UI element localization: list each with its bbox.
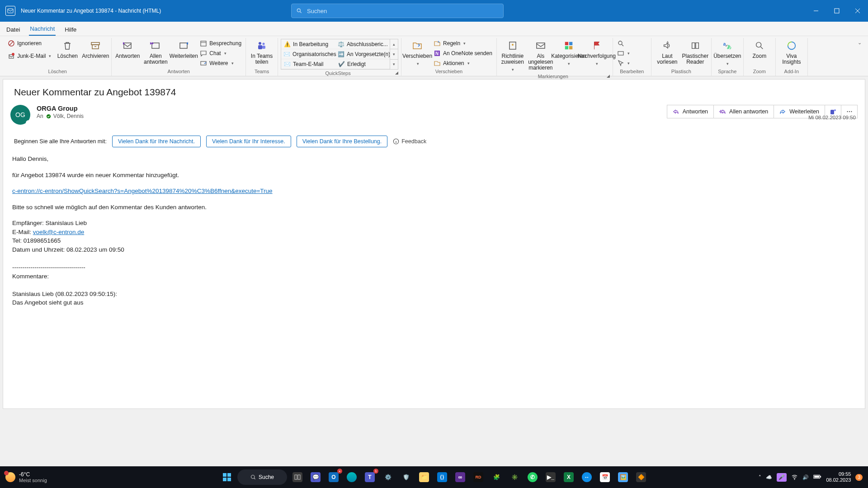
group-edit-label: Bearbeiten (616, 68, 648, 76)
tray-chevron-icon[interactable]: ˄ (759, 474, 761, 480)
viva-button[interactable]: Viva Insights (778, 39, 805, 65)
app-terminal[interactable]: ▶_ (543, 469, 558, 485)
app-teamviewer[interactable]: ↔ (579, 469, 594, 485)
qs-up[interactable]: ▴ (390, 39, 398, 49)
weather-widget[interactable]: -6°C Meist sonnig (0, 471, 47, 483)
body-email-link[interactable]: voelk@c-entron.de (33, 229, 85, 235)
svg-rect-22 (258, 45, 262, 49)
menu-file[interactable]: Datei (5, 23, 21, 36)
qs-mgr[interactable]: ➡️An Vorgesetzte(n) (335, 49, 390, 59)
qs-down[interactable]: ▾ (390, 49, 398, 59)
suggest-chip-2[interactable]: Vielen Dank für Ihr Interesse. (206, 136, 291, 147)
readaloud-button[interactable]: ALaut vorlesen (654, 39, 680, 65)
app-calendar[interactable]: 📅 (597, 469, 613, 485)
ribbon: Ignorieren Junk-E-Mail▾ Löschen Archivie… (0, 36, 868, 76)
app-excel[interactable]: X (561, 469, 576, 485)
msg-replyall-button[interactable]: Allen antworten (714, 105, 774, 118)
ignore-button[interactable]: Ignorieren (6, 39, 52, 48)
archive-button[interactable]: Archivieren (82, 39, 108, 59)
tray-notifications[interactable]: 3 (855, 474, 863, 481)
minimize-button[interactable] (806, 0, 826, 22)
svg-text:N: N (435, 51, 439, 56)
tray-battery-icon[interactable] (813, 474, 821, 480)
menu-message[interactable]: Nachricht (29, 23, 56, 36)
find-button[interactable] (616, 39, 648, 48)
svg-point-10 (12, 53, 14, 56)
onenote-button[interactable]: NAn OneNote senden (432, 49, 494, 58)
svg-line-8 (9, 42, 13, 45)
app-rider[interactable]: RD (471, 469, 486, 485)
translate-button[interactable]: aあÜbersetzen▾ (714, 39, 741, 67)
chat-button[interactable]: Chat▾ (198, 49, 243, 58)
suggest-chip-3[interactable]: Vielen Dank für Ihre Bestellung. (297, 136, 388, 147)
msg-reply-button[interactable]: Antworten (667, 105, 714, 118)
replyall-button[interactable]: Allen antworten (142, 39, 169, 65)
menu-help[interactable]: Hilfe (64, 23, 77, 36)
immersive-button[interactable]: Plastischer Reader (682, 39, 708, 65)
tray-clock[interactable]: 09:55 08.02.2023 (826, 471, 851, 483)
app-misc[interactable]: 🔶 (633, 469, 649, 485)
qs-done[interactable]: ✔️Erledigt (335, 59, 390, 69)
policy-button[interactable]: Richtlinie zuweisen▾ (500, 39, 526, 73)
tray-onedrive-icon[interactable]: ☁️ (766, 474, 772, 480)
more-button[interactable]: Weitere▾ (198, 59, 243, 68)
search-box[interactable]: Suchen (291, 4, 504, 18)
svg-text:A: A (666, 40, 669, 44)
tray-wifi-icon[interactable] (791, 474, 798, 481)
qs-inprogress[interactable]: ⚠️In Bearbeitung (281, 39, 335, 49)
zoom-button[interactable]: Zoom (746, 39, 773, 59)
junk-button[interactable]: Junk-E-Mail▾ (6, 52, 52, 61)
ribbon-collapse[interactable]: ⌄ (855, 38, 864, 76)
feedback-link[interactable]: Feedback (393, 138, 426, 145)
flag-icon (591, 40, 603, 52)
svg-rect-14 (124, 43, 131, 48)
app-explorer[interactable]: 📁 (416, 469, 432, 485)
select-button[interactable]: ▾ (616, 59, 648, 68)
move-button[interactable]: Verschieben▾ (404, 39, 430, 67)
followup-button[interactable]: Nachverfolgung▾ (584, 39, 610, 67)
qs-close[interactable]: ⚖️Abschlussberic... (335, 39, 390, 49)
qs-expand[interactable]: ▾ (390, 60, 398, 69)
rules-button[interactable]: Regeln▾ (432, 39, 494, 48)
replyall-icon (150, 40, 161, 52)
taskview-button[interactable] (290, 469, 305, 485)
svg-text:a: a (723, 42, 726, 47)
tray-mic-icon[interactable]: 🎤 (777, 473, 787, 482)
reply-button[interactable]: Antworten (114, 39, 141, 59)
meeting-button[interactable]: Besprechung (198, 39, 243, 48)
find-icon (617, 40, 624, 47)
app-vscode[interactable]: ⟨⟩ (434, 469, 450, 485)
close-button[interactable] (847, 0, 868, 22)
taskbar: -6°C Meist sonnig Suche 💬 O T ⚙️ 🛡️ 📁 ⟨⟩… (0, 466, 868, 488)
svg-line-2 (300, 12, 302, 13)
qs-team[interactable]: ✉️Team-E-Mail (281, 59, 335, 69)
qs-org[interactable]: ✉️Organisatorisches (281, 49, 335, 59)
mail-icon: ✉️ (283, 51, 290, 58)
app-teams[interactable]: T (362, 469, 377, 485)
app-powertoys[interactable]: 🧩 (489, 469, 504, 485)
app-settings[interactable]: ⚙️ (380, 469, 396, 485)
body-link[interactable]: c-entron://c-entron/ShowQuickSearch?s=An… (12, 188, 273, 194)
maximize-button[interactable] (826, 0, 847, 22)
app-edge[interactable] (344, 469, 359, 485)
app-whatsapp[interactable]: ✆ (525, 469, 540, 485)
actions-button[interactable]: Aktionen▾ (432, 59, 494, 68)
start-button[interactable] (219, 469, 235, 485)
taskbar-search[interactable]: Suche (237, 469, 287, 485)
tray-volume-icon[interactable]: 🔊 (802, 474, 809, 480)
app-outlook[interactable]: O (326, 469, 341, 485)
envelope-dd-button[interactable]: ▾ (616, 49, 648, 58)
suggest-chip-1[interactable]: Vielen Dank für Ihre Nachricht. (112, 136, 201, 147)
svg-rect-31 (565, 46, 568, 49)
app-slack[interactable]: ✳️ (507, 469, 522, 485)
teams-share-button[interactable]: In Teams teilen (249, 39, 275, 65)
app-security[interactable]: 🛡️ (398, 469, 414, 485)
zoom-icon (754, 40, 765, 52)
unread-button[interactable]: Als ungelesen markieren (528, 39, 554, 71)
app-chat[interactable]: 💬 (308, 469, 323, 485)
app-photos[interactable]: 🖼️ (615, 469, 631, 485)
delete-button[interactable]: Löschen (54, 39, 80, 59)
forward-button[interactable]: Weiterleiten (170, 39, 197, 59)
app-vs[interactable]: ∞ (453, 469, 468, 485)
svg-rect-35 (618, 52, 623, 55)
